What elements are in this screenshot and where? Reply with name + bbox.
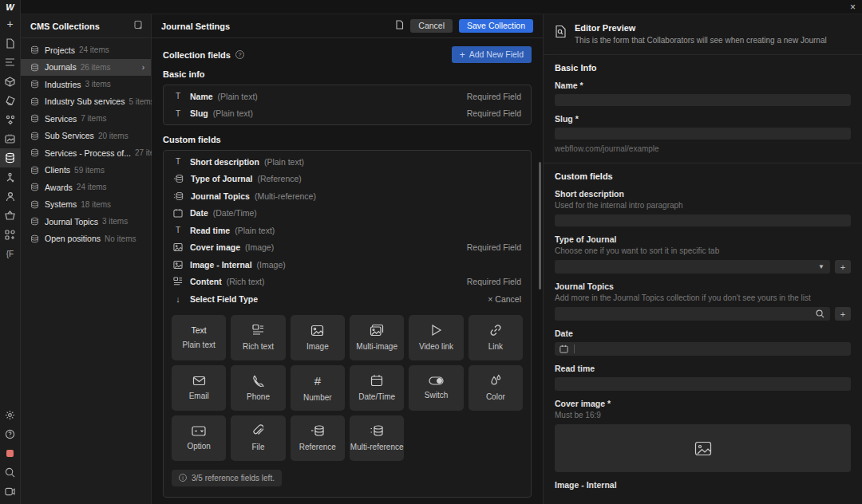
help-icon[interactable]: ? xyxy=(235,50,244,59)
tile-link[interactable]: Link xyxy=(469,315,523,360)
type-of-journal-select[interactable]: ▼ xyxy=(555,260,830,274)
components-icon[interactable] xyxy=(0,72,21,91)
plain-text-icon: T xyxy=(173,226,183,234)
tile-plain-text[interactable]: TextPlain text xyxy=(172,315,226,360)
date-input[interactable] xyxy=(555,342,851,356)
field-row-short-description[interactable]: TShort description(Plain text) xyxy=(164,153,531,171)
arrow-down-icon: ↓ xyxy=(173,294,183,304)
vertical-scrollbar[interactable] xyxy=(539,162,541,289)
field-row-read-time[interactable]: TRead time(Plain text) xyxy=(164,222,531,239)
collection-item-clients[interactable]: Clients59 items xyxy=(21,162,151,179)
field-row-slug[interactable]: TSlug(Plain text)Required Field xyxy=(164,105,531,123)
search-icon[interactable] xyxy=(0,463,21,482)
journal-topics-search-input[interactable] xyxy=(555,307,830,321)
field-name: Date xyxy=(190,208,208,218)
duplicate-icon[interactable] xyxy=(394,19,404,33)
play-icon xyxy=(430,324,442,337)
cancel-button[interactable]: Cancel xyxy=(410,19,453,33)
add-topic-button[interactable]: + xyxy=(835,307,851,321)
apps-icon[interactable] xyxy=(0,225,21,244)
tile-color[interactable]: Color xyxy=(469,365,523,411)
field-type: (Rich text) xyxy=(227,277,265,286)
tile-label: Plain text xyxy=(183,341,216,349)
collection-item-systems[interactable]: Systems18 items xyxy=(21,196,151,214)
field-row-content[interactable]: Content(Rich text)Required Field xyxy=(164,274,531,291)
webflow-designer: W + {F × CMS Collections xyxy=(0,0,862,504)
collection-item-sub-services[interactable]: Sub Services20 items xyxy=(21,128,151,145)
field-row-image-internal[interactable]: Image - Internal(Image) xyxy=(164,256,531,274)
settings-gear-icon[interactable] xyxy=(0,405,21,424)
tile-rich-text[interactable]: Rich text xyxy=(231,315,285,360)
field-row-journal-topics[interactable]: Journal Topics(Multi-reference) xyxy=(164,187,531,205)
video-icon[interactable] xyxy=(0,482,21,501)
cms-database-icon[interactable] xyxy=(0,148,21,167)
field-row-cover-image[interactable]: Cover image(Image)Required Field xyxy=(164,239,531,257)
collection-item-industry-sub-services[interactable]: Industry Sub services5 items xyxy=(21,93,151,111)
field-name: Short description xyxy=(190,157,259,167)
assets-icon[interactable] xyxy=(0,91,21,110)
tile-option[interactable]: Option xyxy=(172,415,226,461)
tile-video-link[interactable]: Video link xyxy=(409,315,463,360)
field-type: (Multi-reference) xyxy=(255,191,316,201)
multi-reference-icon xyxy=(173,191,184,201)
tile-reference[interactable]: Reference xyxy=(291,415,345,461)
collection-item-projects[interactable]: Projects24 items xyxy=(21,41,151,59)
collection-item-services[interactable]: Services7 items xyxy=(21,110,151,128)
media-icon[interactable] xyxy=(0,129,21,148)
short-description-input[interactable] xyxy=(555,215,851,226)
ecommerce-icon[interactable] xyxy=(0,206,21,225)
tile-multi-reference[interactable]: Multi-reference xyxy=(350,415,404,461)
add-type-button[interactable]: + xyxy=(835,260,851,274)
field-row-date[interactable]: Date(Date/Time) xyxy=(164,205,531,222)
multi-image-icon xyxy=(370,324,384,337)
tile-phone[interactable]: Phone xyxy=(231,365,285,411)
read-time-input[interactable] xyxy=(555,377,851,391)
save-collection-button[interactable]: Save Collection xyxy=(459,19,533,33)
field-row-name[interactable]: TName(Plain text)Required Field xyxy=(164,88,531,105)
variables-icon[interactable] xyxy=(0,110,21,129)
image-icon xyxy=(173,260,183,270)
tile-multi-image[interactable]: Multi-image xyxy=(350,315,404,360)
collection-label: Services xyxy=(45,114,77,124)
collection-count: 3 items xyxy=(102,217,128,226)
collection-label: Journals xyxy=(45,62,77,72)
tile-number[interactable]: #Number xyxy=(291,365,345,411)
users-icon[interactable] xyxy=(0,187,21,206)
slug-input[interactable] xyxy=(555,128,851,140)
add-icon[interactable]: + xyxy=(0,14,21,33)
field-type: (Reference) xyxy=(257,174,301,183)
collection-item-awards[interactable]: Awards24 items xyxy=(21,179,151,196)
field-row-type-of-journal[interactable]: Type of Journal(Reference) xyxy=(164,171,531,188)
collection-item-journals[interactable]: Journals26 items› xyxy=(21,59,151,77)
required-label: Required Field xyxy=(467,92,521,101)
slug-label: Slug * xyxy=(555,114,851,124)
collection-item-industries[interactable]: Industries3 items xyxy=(21,76,151,93)
add-new-field-button[interactable]: +Add New Field xyxy=(452,46,532,63)
name-input[interactable] xyxy=(555,94,851,106)
tile-label: Rich text xyxy=(243,342,274,351)
cover-image-dropzone[interactable] xyxy=(555,424,851,472)
tile-date-time[interactable]: Date/Time xyxy=(350,365,404,411)
functions-icon[interactable]: {F xyxy=(0,244,21,263)
collection-label: Industries xyxy=(45,80,81,89)
cancel-select-button[interactable]: × Cancel xyxy=(488,294,521,304)
logic-icon[interactable] xyxy=(0,167,21,187)
type-of-journal-label: Type of Journal xyxy=(555,234,851,244)
close-icon[interactable]: × xyxy=(850,2,856,12)
help-icon[interactable] xyxy=(0,424,21,443)
page-icon[interactable] xyxy=(0,33,21,53)
tile-switch[interactable]: Switch xyxy=(409,365,463,411)
collection-item-services-process[interactable]: Services - Process of...27 items xyxy=(21,144,151,162)
search-icon xyxy=(816,309,824,318)
record-icon[interactable] xyxy=(0,443,21,463)
collection-item-open-positions[interactable]: Open positionsNo items xyxy=(21,230,151,248)
field-name: Image - Internal xyxy=(190,260,252,270)
collection-item-journal-topics[interactable]: Journal Topics3 items xyxy=(21,213,151,230)
field-type: (Image) xyxy=(245,242,274,252)
tile-email[interactable]: Email xyxy=(172,365,226,411)
plain-text-icon: T xyxy=(173,109,183,118)
tile-file[interactable]: File xyxy=(231,415,285,461)
add-collection-icon[interactable] xyxy=(133,19,144,33)
navigator-icon[interactable] xyxy=(0,53,21,72)
tile-image[interactable]: Image xyxy=(291,315,345,360)
